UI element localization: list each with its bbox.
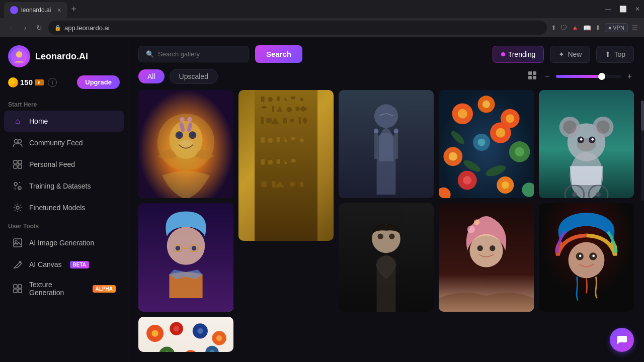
expand-btn-3[interactable]: ⤢	[416, 94, 430, 108]
search-button[interactable]: Search	[255, 45, 302, 63]
magic-btn-8[interactable]: #	[481, 207, 496, 221]
top-bar: 🔍 Search Trending ✦ New ⬆ Top	[128, 37, 644, 63]
svg-rect-19	[18, 289, 22, 293]
magic-btn-9[interactable]: #	[582, 207, 596, 221]
window-controls: — ⬜ ✕	[605, 6, 640, 13]
image-actions-7: ⊘	[343, 207, 430, 221]
close-icon[interactable]: ✕	[635, 6, 640, 13]
more-btn-5[interactable]: ⋯	[599, 94, 613, 108]
settings-icon[interactable]: 🔺	[571, 24, 579, 32]
svg-point-15	[19, 261, 21, 263]
slash-btn-8[interactable]: ⊘	[499, 207, 513, 221]
svg-point-5	[18, 140, 22, 143]
more-btn-4[interactable]: ⋯	[499, 94, 513, 108]
forward-btn[interactable]: ›	[20, 24, 30, 32]
filter-upscaled[interactable]: Upscaled	[170, 69, 218, 84]
new-button[interactable]: ✦ New	[550, 46, 590, 63]
url-text: app.leonardo.ai	[64, 24, 110, 32]
new-tab-btn[interactable]: +	[71, 4, 77, 15]
magic-btn-6[interactable]: #	[181, 207, 195, 221]
sidebar-item-home[interactable]: ⌂ Home	[4, 111, 124, 132]
magic-btn-10[interactable]: #	[198, 321, 212, 335]
expand-btn-4[interactable]: ⤢	[516, 94, 530, 108]
sidebar-label-ai-image: AI Image Generation	[29, 239, 94, 247]
address-actions: ⬆ 🛡 🔺 📖 ⬇ ● VPN ☰	[551, 23, 638, 32]
magic-btn-4[interactable]: #	[481, 94, 496, 108]
zoom-in-btn[interactable]: +	[625, 70, 634, 83]
sidebar-item-ai-canvas[interactable]: AI Canvas BETA	[4, 254, 124, 275]
url-bar[interactable]: 🔒 app.leonardo.ai	[48, 21, 547, 35]
sidebar-item-training[interactable]: Training & Datasets	[4, 175, 124, 197]
gallery-item-3[interactable]: # ⊘ ⤢	[339, 90, 434, 198]
filter-all[interactable]: All	[138, 69, 165, 83]
download-icon[interactable]: ⬇	[595, 24, 601, 32]
info-btn[interactable]: i	[48, 78, 57, 87]
image-actions-3: # ⊘ ⤢	[343, 94, 430, 108]
search-input[interactable]	[158, 50, 242, 58]
sidebar-item-texture[interactable]: Texture Generation ALPHA	[4, 276, 124, 302]
home-icon: ⌂	[12, 116, 23, 127]
more-btn-2[interactable]: ⋯	[298, 94, 312, 108]
scrollbar-track[interactable]	[641, 101, 644, 201]
sidebar-item-finetuned[interactable]: Finetuned Models	[4, 197, 124, 218]
slash-btn-3[interactable]: ⊘	[398, 94, 413, 108]
trending-button[interactable]: Trending	[493, 46, 544, 63]
grid-view-btn[interactable]	[526, 69, 539, 84]
gallery-item-1[interactable]: # ⋯ ⤢	[138, 90, 233, 198]
gallery-item-6[interactable]: # ⋯ ⤢	[138, 203, 233, 311]
svg-rect-9	[18, 165, 22, 168]
reader-icon[interactable]: 📖	[583, 24, 591, 32]
finetuned-icon	[12, 202, 23, 213]
share-icon[interactable]: ⬆	[551, 24, 556, 32]
more-btn-6[interactable]: ⋯	[198, 207, 212, 221]
more-btn-1[interactable]: ⋯	[198, 94, 212, 108]
expand-btn-1[interactable]: ⤢	[215, 94, 229, 108]
back-btn[interactable]: ‹	[6, 24, 16, 32]
svg-rect-6	[14, 160, 17, 164]
zoom-out-btn[interactable]: −	[543, 70, 551, 83]
expand-btn-6[interactable]: ⤢	[215, 207, 229, 221]
expand-btn-2[interactable]: ⤢	[315, 94, 330, 108]
gallery-item-9[interactable]: # ⋯ ⤢	[539, 203, 634, 311]
zoom-slider[interactable]	[556, 75, 621, 78]
image-actions-5: # ⋯ ⤢	[543, 94, 630, 108]
filter-row: All Upscaled − +	[128, 63, 644, 90]
more-btn-10[interactable]: ⋯	[215, 321, 229, 335]
expand-btn-5[interactable]: ⤢	[616, 94, 630, 108]
sidebar-item-community-feed[interactable]: Community Feed	[4, 132, 124, 153]
expand-btn-8[interactable]: ⤢	[516, 207, 530, 221]
svg-rect-7	[18, 160, 22, 164]
minimize-icon[interactable]: —	[605, 6, 611, 13]
gallery-item-2[interactable]: # ⋯ ⤢	[238, 90, 334, 241]
magic-btn-5[interactable]: #	[582, 94, 596, 108]
gallery-item-7[interactable]: ⊘	[339, 203, 434, 311]
maximize-icon[interactable]: ⬜	[619, 6, 627, 13]
top-button[interactable]: ⬆ Top	[596, 46, 634, 63]
svg-rect-23	[533, 76, 536, 79]
active-tab[interactable]: leonardo.ai ×	[4, 2, 67, 18]
svg-point-12	[16, 206, 19, 209]
sidebar-item-personal-feed[interactable]: Personal Feed	[4, 154, 124, 175]
image-actions-6: # ⋯ ⤢	[142, 207, 229, 221]
image-gallery: # ⋯ ⤢	[128, 90, 644, 362]
search-box[interactable]: 🔍	[138, 46, 249, 62]
gallery-item-8[interactable]: # ⊘ ⤢	[439, 203, 534, 311]
expand-btn-9[interactable]: ⤢	[616, 207, 630, 221]
slash-btn-7[interactable]: ⊘	[416, 207, 430, 221]
refresh-btn[interactable]: ↻	[34, 24, 44, 32]
gallery-item-10[interactable]: # ⋯	[138, 317, 233, 352]
upgrade-button[interactable]: Upgrade	[77, 75, 120, 89]
chat-button[interactable]	[610, 328, 634, 352]
scrollbar-thumb[interactable]	[641, 101, 644, 131]
gallery-item-5[interactable]: # ⋯ ⤢	[539, 90, 634, 198]
tab-close-btn[interactable]: ×	[57, 6, 61, 14]
gallery-item-4[interactable]: # ⋯ ⤢	[439, 90, 534, 198]
menu-icon[interactable]: ☰	[632, 24, 638, 32]
more-btn-9[interactable]: ⋯	[599, 207, 613, 221]
ai-canvas-icon	[12, 259, 23, 270]
magic-btn-2[interactable]: #	[281, 94, 295, 108]
sidebar-item-ai-image[interactable]: AI Image Generation	[4, 232, 124, 253]
magic-btn-1[interactable]: #	[181, 94, 195, 108]
shield-icon[interactable]: 🛡	[560, 24, 567, 32]
magic-btn-3[interactable]: #	[381, 94, 395, 108]
